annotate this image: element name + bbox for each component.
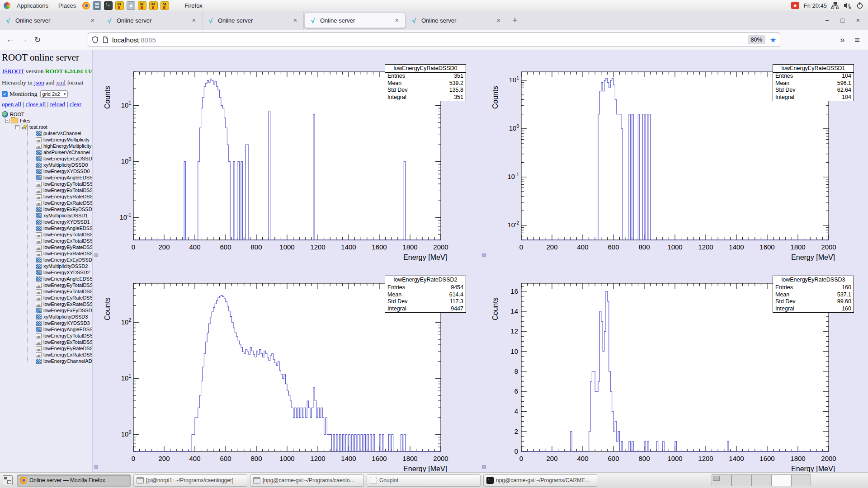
tree-item-lowEnergyXYDSSD1[interactable]: lowEnergyXYDSSD1 bbox=[28, 219, 92, 225]
tree-item-lowEnergyEyTotalDSSD1[interactable]: lowEnergyEyTotalDSSD1 bbox=[28, 231, 92, 238]
tree-item-lowEnergyAngleEDSSD2[interactable]: lowEnergyAngleEDSSD2 bbox=[28, 276, 92, 282]
page-info-icon[interactable] bbox=[102, 36, 108, 43]
bookmark-star-icon[interactable]: ★ bbox=[770, 36, 776, 44]
tree-item-xyMultiplicityDSSD0[interactable]: xyMultiplicityDSSD0 bbox=[28, 162, 92, 168]
workspace-5[interactable] bbox=[791, 474, 811, 486]
new-tab-button[interactable]: + bbox=[507, 11, 523, 30]
tree-item-lowEnergyXYDSSD3[interactable]: lowEnergyXYDSSD3 bbox=[28, 320, 92, 326]
tree-item-lowEnergyXYDSSD0[interactable]: lowEnergyXYDSSD0 bbox=[28, 168, 92, 174]
monitoring-checkbox[interactable]: ✓ bbox=[2, 91, 8, 97]
applications-menu-icon[interactable] bbox=[4, 2, 10, 9]
taskbar-button-3[interactable]: Gnuplot bbox=[367, 474, 481, 487]
forward-button[interactable]: → bbox=[17, 33, 31, 47]
tree-item-lowEnergyEyTotalDSSD2[interactable]: lowEnergyEyTotalDSSD2 bbox=[28, 282, 92, 288]
midas-launcher-icon[interactable] bbox=[160, 1, 169, 10]
tab-close-icon[interactable]: × bbox=[89, 16, 96, 25]
tab-close-icon[interactable]: × bbox=[190, 16, 198, 25]
xml-link[interactable]: xml bbox=[56, 79, 66, 86]
network-icon[interactable] bbox=[831, 2, 839, 9]
tab-2[interactable]: √Online server× bbox=[203, 11, 304, 30]
midas-launcher-icon[interactable] bbox=[115, 1, 124, 10]
volume-muted-icon[interactable] bbox=[844, 2, 852, 9]
taskbar-button-4[interactable]: npg@carme-gsi:~/Programs/CARME... bbox=[483, 474, 597, 487]
extensions-overflow-icon[interactable]: » bbox=[833, 35, 852, 45]
screenshot-launcher-icon[interactable] bbox=[127, 1, 135, 10]
workspace-1[interactable] bbox=[712, 474, 731, 486]
shield-icon[interactable] bbox=[92, 36, 99, 43]
power-icon[interactable] bbox=[856, 2, 863, 9]
workspace-3[interactable] bbox=[751, 474, 771, 486]
clear-link[interactable]: clear bbox=[70, 101, 81, 108]
menu-applications[interactable]: Applications bbox=[13, 2, 52, 9]
file-manager-launcher-icon[interactable] bbox=[93, 1, 101, 10]
tree-item-file[interactable]: test.root bbox=[15, 124, 92, 130]
tree-item-pulserVsChannel[interactable]: pulserVsChannel bbox=[28, 130, 92, 136]
layout-select[interactable]: grid 2x2▾ bbox=[40, 90, 68, 98]
stat-box-0[interactable]: lowEnergyEyRateDSSD0 Entries351 Mean539.… bbox=[385, 64, 466, 101]
tab-0[interactable]: √Online server× bbox=[0, 11, 101, 30]
stat-box-3[interactable]: lowEnergyEyRateDSSD3 Entries160 Mean537.… bbox=[773, 276, 854, 313]
url-bar[interactable]: localhost:8085 80% ★ bbox=[88, 33, 780, 47]
tree-item-lowEnergyExEyDSSD3[interactable]: lowEnergyExEyDSSD3 bbox=[28, 307, 92, 314]
maximize-button[interactable]: □ bbox=[840, 17, 844, 24]
reload-link[interactable]: reload bbox=[50, 101, 66, 108]
taskbar-button-2[interactable]: [npg@carme-gsi:~/Programs/caenlo... bbox=[250, 474, 364, 487]
tree-item-lowEnergyMultiplicity[interactable]: lowEnergyMultiplicity bbox=[28, 136, 92, 143]
panel-clock[interactable]: Fri 20:45 bbox=[804, 2, 827, 9]
jsroot-link[interactable]: JSROOT bbox=[2, 68, 24, 75]
tree-item-lowEnergyEyRateDSSD0[interactable]: lowEnergyEyRateDSSD0 bbox=[28, 193, 92, 200]
tree-item-xyMultiplicityDSSD3[interactable]: xyMultiplicityDSSD3 bbox=[28, 314, 92, 320]
reload-button[interactable]: ↻ bbox=[31, 33, 44, 47]
tree-item-lowEnergyEyRateDSSD1[interactable]: lowEnergyEyRateDSSD1 bbox=[28, 244, 92, 250]
tree-item-lowEnergyChannelADC[interactable]: lowEnergyChannelADC bbox=[28, 358, 92, 364]
midas-launcher-icon[interactable] bbox=[138, 1, 146, 10]
tree-item-lowEnergyExRateDSSD1[interactable]: lowEnergyExRateDSSD1 bbox=[28, 250, 92, 257]
pad-resize-grip[interactable] bbox=[94, 253, 98, 257]
tab-close-icon[interactable]: × bbox=[495, 16, 502, 25]
tree-item-lowEnergyExTotalDSSD1[interactable]: lowEnergyExTotalDSSD1 bbox=[28, 238, 92, 244]
tree-item-lowEnergyExTotalDSSD3[interactable]: lowEnergyExTotalDSSD3 bbox=[28, 339, 92, 345]
midas-launcher-icon[interactable] bbox=[149, 1, 158, 10]
tree-item-lowEnergyExTotalDSSD2[interactable]: lowEnergyExTotalDSSD2 bbox=[28, 288, 92, 295]
collapse-icon[interactable] bbox=[5, 119, 9, 123]
tree-item-lowEnergyExRateDSSD3[interactable]: lowEnergyExRateDSSD3 bbox=[28, 352, 92, 358]
zoom-level-badge[interactable]: 80% bbox=[748, 35, 765, 44]
workspace-2[interactable] bbox=[731, 474, 751, 486]
hamburger-menu-icon[interactable]: ≡ bbox=[852, 35, 868, 45]
close-all-link[interactable]: close all bbox=[26, 101, 46, 108]
tab-close-icon[interactable]: × bbox=[393, 16, 401, 25]
stat-box-2[interactable]: lowEnergyEyRateDSSD2 Entries9454 Mean614… bbox=[385, 276, 466, 313]
taskbar-button-0[interactable]: Online server — Mozilla Firefox bbox=[17, 474, 131, 487]
tree-item-lowEnergyExTotalDSSD0[interactable]: lowEnergyExTotalDSSD0 bbox=[28, 187, 92, 193]
menu-places[interactable]: Places bbox=[55, 2, 80, 9]
pad-resize-grip[interactable] bbox=[482, 465, 486, 469]
tree-item-lowEnergyAngleEDSSD1[interactable]: lowEnergyAngleEDSSD1 bbox=[28, 225, 92, 231]
tree-item-root[interactable]: ROOT bbox=[2, 111, 92, 117]
url-text[interactable]: localhost:8085 bbox=[112, 36, 748, 44]
tree-item-lowEnergyExRateDSSD2[interactable]: lowEnergyExRateDSSD2 bbox=[28, 301, 92, 307]
collapse-icon[interactable] bbox=[15, 125, 19, 129]
tab-close-icon[interactable]: × bbox=[292, 16, 299, 25]
stat-box-1[interactable]: lowEnergyEyRateDSSD1 Entries104 Mean596.… bbox=[773, 64, 854, 101]
tree-item-lowEnergyEyTotalDSSD0[interactable]: lowEnergyEyTotalDSSD0 bbox=[28, 181, 92, 187]
tree-item-lowEnergyEyTotalDSSD3[interactable]: lowEnergyEyTotalDSSD3 bbox=[28, 333, 92, 339]
back-button[interactable]: ← bbox=[4, 33, 17, 47]
workspace-4[interactable] bbox=[771, 474, 791, 486]
tree-item-absPulserVsChannel[interactable]: absPulserVsChannel bbox=[28, 149, 92, 155]
tree-item-xyMultiplicityDSSD1[interactable]: xyMultiplicityDSSD1 bbox=[28, 212, 92, 219]
pad-resize-grip[interactable] bbox=[94, 465, 98, 469]
json-link[interactable]: json bbox=[34, 79, 44, 86]
tree-item-lowEnergyExRateDSSD0[interactable]: lowEnergyExRateDSSD0 bbox=[28, 200, 92, 206]
tree-item-lowEnergyEyRateDSSD3[interactable]: lowEnergyEyRateDSSD3 bbox=[28, 345, 92, 352]
minimize-button[interactable]: − bbox=[825, 17, 829, 24]
close-button[interactable]: × bbox=[856, 17, 860, 24]
pad-resize-grip[interactable] bbox=[482, 253, 486, 257]
tree-item-lowEnergyEyRateDSSD2[interactable]: lowEnergyEyRateDSSD2 bbox=[28, 295, 92, 301]
tree-item-lowEnergyExEyDSSD1[interactable]: lowEnergyExEyDSSD1 bbox=[28, 206, 92, 212]
tree-item-lowEnergyXYDSSD2[interactable]: lowEnergyXYDSSD2 bbox=[28, 269, 92, 276]
tab-1[interactable]: √Online server× bbox=[101, 11, 203, 30]
tree-item-lowEnergyExEyDSSD0[interactable]: lowEnergyExEyDSSD0 bbox=[28, 155, 92, 162]
tab-4[interactable]: √Online server× bbox=[406, 11, 507, 30]
firefox-launcher-icon[interactable] bbox=[82, 2, 90, 9]
tab-3[interactable]: √Online server× bbox=[304, 13, 406, 28]
